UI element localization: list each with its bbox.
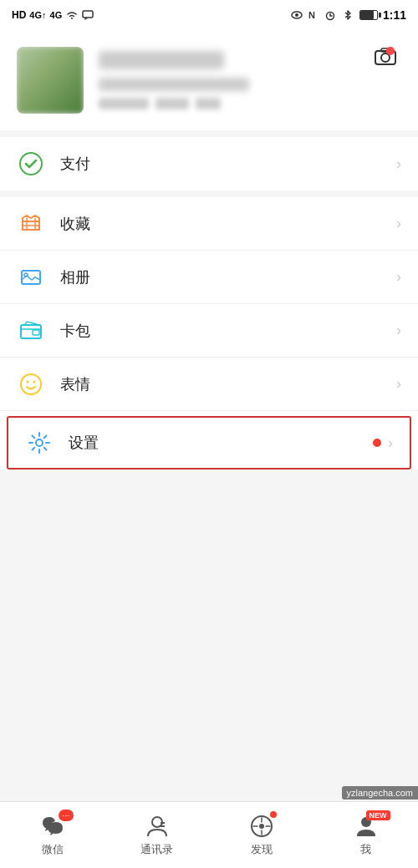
profile-meta (99, 98, 401, 109)
wechat-badge: ··· (59, 810, 73, 821)
svg-point-23 (36, 439, 43, 446)
settings-icon (25, 429, 54, 457)
svg-text:N: N (308, 10, 315, 20)
wallet-menu-item[interactable]: 卡包 › (0, 304, 418, 358)
discover-dot (270, 811, 277, 818)
eye-icon (291, 9, 303, 21)
profile-name (99, 51, 224, 69)
status-bar: HD 4G↑ 4G N 1:11 (0, 0, 418, 30)
status-network: HD 4G↑ 4G (12, 9, 94, 21)
bluetooth-icon (341, 9, 354, 21)
svg-point-21 (27, 380, 29, 383)
me-nav-icon: NEW (354, 814, 379, 839)
album-menu-item[interactable]: 相册 › (0, 251, 418, 304)
profile-info (99, 51, 401, 109)
wifi-icon (65, 9, 79, 21)
emoji-chevron: › (396, 375, 401, 393)
album-chevron: › (396, 268, 401, 286)
favorites-icon (17, 210, 45, 238)
status-time: 1:11 (383, 8, 406, 22)
favorites-label: 收藏 (60, 214, 396, 234)
svg-point-16 (24, 273, 28, 277)
settings-notification-dot (373, 439, 381, 447)
payment-section: 支付 › (0, 137, 418, 190)
discover-nav-label: 发现 (251, 842, 273, 857)
nav-contacts[interactable]: 通讯录 (104, 802, 209, 868)
avatar[interactable] (17, 47, 84, 114)
svg-rect-17 (21, 325, 41, 338)
alarm-icon (324, 9, 336, 21)
svg-point-2 (295, 13, 298, 17)
status-icons: N 1:11 (291, 8, 406, 22)
emoji-label: 表情 (60, 374, 396, 394)
svg-point-22 (33, 380, 36, 383)
message-icon (82, 9, 94, 21)
favorites-menu-item[interactable]: 收藏 › (0, 197, 418, 251)
emoji-menu-item[interactable]: 表情 › (0, 358, 418, 411)
nav-wechat[interactable]: ··· 微信 (0, 802, 104, 868)
discover-nav-icon (249, 814, 274, 839)
nav-me[interactable]: NEW 我 (314, 802, 418, 868)
bottom-navigation: ··· 微信 通讯录 发现 (0, 801, 418, 868)
wechat-nav-label: 微信 (42, 842, 64, 857)
wallet-icon (17, 317, 45, 345)
nav-discover[interactable]: 发现 (209, 802, 314, 868)
nfc-icon: N (308, 9, 319, 21)
emoji-icon (17, 370, 45, 398)
svg-point-28 (259, 824, 264, 829)
album-label: 相册 (60, 267, 396, 287)
settings-label: 设置 (69, 433, 373, 453)
me-nav-label: 我 (360, 842, 371, 857)
favorites-chevron: › (396, 215, 401, 232)
me-new-badge: NEW (366, 810, 390, 820)
svg-rect-0 (83, 11, 93, 18)
watermark: yzlangecha.com (342, 786, 419, 799)
contacts-nav-icon (145, 814, 170, 839)
profile-subtitle (99, 78, 249, 91)
svg-point-20 (21, 374, 41, 394)
avatar-image (17, 47, 84, 114)
camera-button[interactable] (370, 40, 401, 72)
contacts-nav-label: 通讯录 (140, 842, 173, 857)
wechat-nav-icon: ··· (40, 814, 65, 839)
payment-menu-item[interactable]: 支付 › (0, 137, 418, 190)
wallet-label: 卡包 (60, 321, 396, 341)
settings-menu-item[interactable]: 设置 › (7, 416, 411, 470)
album-icon (17, 263, 45, 292)
payment-label: 支付 (60, 154, 396, 174)
wallet-chevron: › (396, 322, 401, 339)
battery-fill (360, 11, 374, 19)
svg-rect-18 (33, 330, 39, 335)
profile-section (0, 30, 418, 130)
settings-chevron: › (388, 434, 393, 452)
battery-icon (359, 10, 378, 20)
svg-point-10 (20, 153, 42, 175)
payment-icon (17, 150, 45, 178)
payment-chevron: › (396, 155, 401, 173)
camera-notification-dot (386, 47, 395, 55)
main-menu-section: 收藏 › 相册 › 卡包 › (0, 197, 418, 470)
